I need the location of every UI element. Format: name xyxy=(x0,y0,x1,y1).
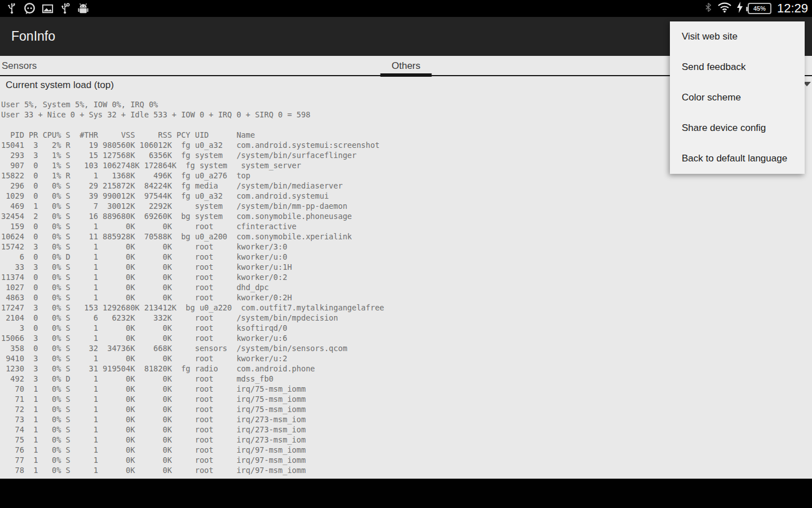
menu-item-back-to-default-language[interactable]: Back to default language xyxy=(670,143,805,174)
battery-percent: 45% xyxy=(753,5,766,12)
status-bar-notification-icons xyxy=(0,2,90,15)
tab-sensors[interactable]: Sensors xyxy=(2,60,37,72)
usb-icon xyxy=(6,2,18,15)
navigation-bar xyxy=(0,479,812,508)
android-icon xyxy=(77,2,90,15)
menu-item-send-feedback[interactable]: Send feedback xyxy=(670,52,805,82)
tab-selected-indicator xyxy=(381,73,432,77)
app-title: FonInfo xyxy=(0,29,55,44)
overflow-menu: Visit web site Send feedback Color schem… xyxy=(670,21,805,174)
wifi-icon xyxy=(717,1,732,16)
bluetooth-icon xyxy=(703,1,713,16)
status-bar: 45% 12:29 xyxy=(0,0,812,17)
screenshot-icon xyxy=(41,2,54,15)
charging-icon xyxy=(736,1,744,16)
tab-others[interactable]: Others xyxy=(391,60,420,72)
screen: 45% 12:29 FonInfo Sensors Others Current… xyxy=(0,0,812,508)
usb-debug-icon xyxy=(59,2,72,15)
menu-item-share-device-config[interactable]: Share device config xyxy=(670,113,805,143)
battery-icon: 45% xyxy=(748,3,771,14)
menu-item-visit-web-site[interactable]: Visit web site xyxy=(670,21,805,52)
top-output-text[interactable]: User 5%, System 5%, IOW 0%, IRQ 0% User … xyxy=(1,99,384,475)
status-bar-system-icons: 45% 12:29 xyxy=(703,1,812,16)
hangouts-icon xyxy=(23,2,36,15)
clock: 12:29 xyxy=(777,1,808,16)
menu-item-color-scheme[interactable]: Color scheme xyxy=(670,82,805,113)
section-title: Current system load (top) xyxy=(6,80,114,91)
